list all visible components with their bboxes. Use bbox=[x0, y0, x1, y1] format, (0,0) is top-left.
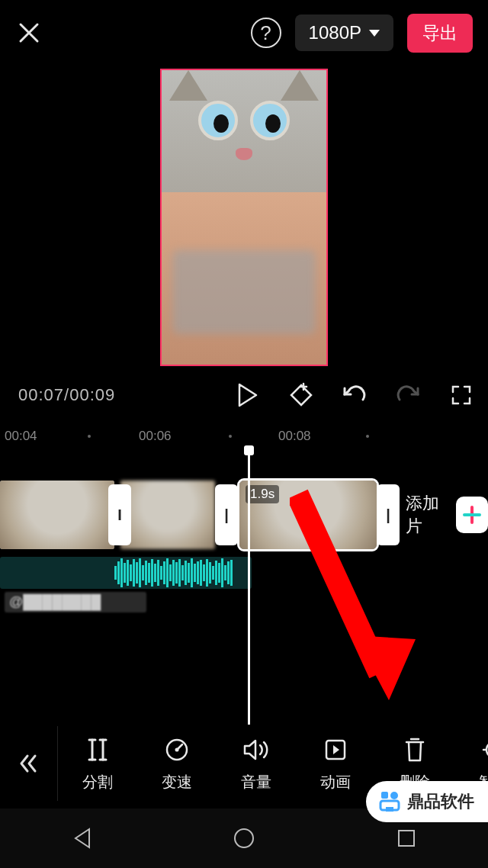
svg-point-7 bbox=[390, 792, 398, 799]
chevron-down-icon bbox=[369, 30, 380, 37]
export-button[interactable]: 导出 bbox=[407, 14, 473, 53]
speed-icon bbox=[162, 735, 191, 764]
tool-split[interactable]: 分割 bbox=[58, 735, 137, 792]
svg-rect-5 bbox=[399, 831, 414, 846]
timeline-ruler[interactable]: 00:04 00:06 00:08 bbox=[0, 426, 488, 447]
svg-rect-6 bbox=[381, 792, 388, 799]
delete-icon bbox=[400, 735, 429, 764]
clip-duration-badge: 1.9s bbox=[246, 485, 279, 503]
play-button[interactable] bbox=[227, 375, 268, 416]
svg-point-4 bbox=[235, 829, 253, 847]
undo-button[interactable] bbox=[334, 375, 375, 416]
preview-frame bbox=[160, 69, 328, 366]
watermark-badge: 鼎品软件 bbox=[366, 781, 488, 822]
clip-handle-split[interactable]: I bbox=[108, 484, 131, 545]
keyframe-button[interactable] bbox=[281, 375, 322, 416]
tool-speed[interactable]: 变速 bbox=[137, 735, 217, 792]
playback-controls: 00:07/00:09 bbox=[0, 374, 488, 416]
audio-track[interactable] bbox=[0, 557, 252, 589]
smart-icon bbox=[480, 735, 488, 764]
tool-label: 音量 bbox=[241, 772, 271, 792]
nav-home-button[interactable] bbox=[226, 820, 262, 857]
fullscreen-button[interactable] bbox=[441, 375, 482, 416]
nav-back-button[interactable] bbox=[63, 820, 100, 857]
playhead[interactable] bbox=[248, 450, 250, 725]
timecode: 00:07/00:09 bbox=[18, 385, 115, 405]
resolution-dropdown[interactable]: 1080P bbox=[295, 14, 393, 51]
split-icon bbox=[83, 735, 112, 764]
plus-icon bbox=[456, 497, 488, 533]
animation-icon bbox=[321, 735, 350, 764]
video-clip-selected[interactable]: 1.9s bbox=[239, 481, 377, 549]
tool-label: 变速 bbox=[162, 772, 192, 792]
nav-recent-button[interactable] bbox=[388, 820, 425, 857]
toolbar-back-button[interactable] bbox=[0, 726, 58, 801]
svg-rect-9 bbox=[386, 807, 393, 812]
clip-handle-left[interactable]: | bbox=[215, 484, 238, 545]
tool-anim[interactable]: 动画 bbox=[296, 735, 375, 792]
resolution-value: 1080P bbox=[309, 22, 361, 43]
close-button[interactable] bbox=[15, 19, 43, 47]
tool-label: 动画 bbox=[320, 772, 351, 792]
help-button[interactable]: ? bbox=[251, 18, 281, 48]
audio-author-label: @████████ bbox=[5, 592, 146, 612]
watermark-text: 鼎品软件 bbox=[407, 790, 474, 813]
tool-label: 分割 bbox=[82, 772, 113, 792]
volume-icon bbox=[242, 735, 271, 764]
video-clip-2[interactable] bbox=[120, 481, 215, 549]
tool-volume[interactable]: 音量 bbox=[217, 735, 296, 792]
add-segment-button[interactable]: 添加片 bbox=[406, 481, 488, 549]
video-clip-1[interactable] bbox=[0, 481, 114, 549]
timeline[interactable]: I | 1.9s | 添加片 @████████ bbox=[0, 471, 488, 632]
waveform-icon bbox=[114, 557, 252, 589]
video-preview[interactable] bbox=[0, 69, 488, 366]
clip-handle-right[interactable]: | bbox=[377, 484, 400, 545]
redo-button[interactable] bbox=[387, 375, 429, 416]
watermark-logo-icon bbox=[378, 790, 401, 813]
svg-point-1 bbox=[175, 747, 179, 751]
